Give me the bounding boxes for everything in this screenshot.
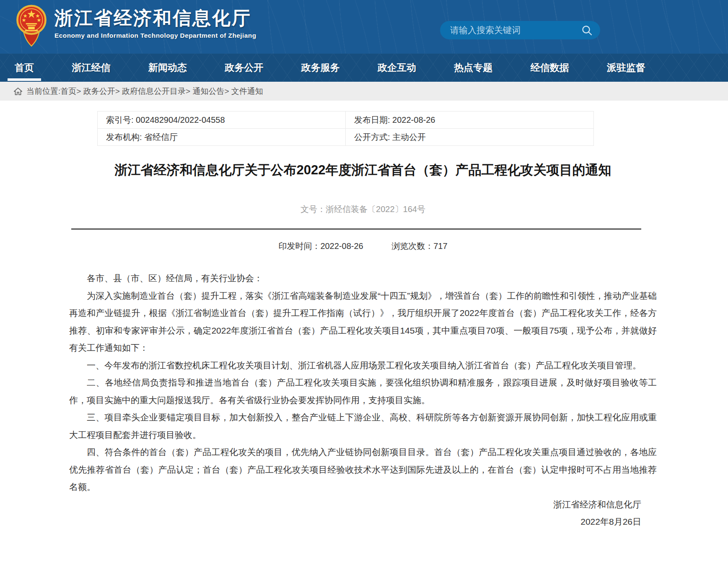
site-brand: 浙江省经济和信息化厅 Economy and Information Techn… [54, 7, 256, 39]
document-number-label: 文号： [301, 205, 326, 214]
nav-item-2[interactable]: 新闻动态 [148, 54, 187, 82]
search-icon [581, 31, 593, 37]
print-date-value: 2022-08-26 [320, 241, 363, 251]
nav-item-7[interactable]: 经信数据 [531, 54, 569, 82]
breadcrumb-separator: > [186, 87, 192, 96]
breadcrumb-prefix: 当前位置: [26, 86, 60, 97]
home-icon [14, 88, 22, 95]
document-number-value: 浙经信装备〔2022〕164号 [326, 205, 425, 214]
national-emblem-logo [15, 5, 48, 50]
nav-item-4[interactable]: 政务服务 [301, 54, 340, 82]
breadcrumb-separator: > [76, 87, 83, 96]
nav-item-8[interactable]: 派驻监督 [607, 54, 645, 82]
nav-list: 首页浙江经信新闻动态政务公开政务服务政企互动热点专题经信数据派驻监督 [0, 54, 728, 82]
document-paragraph-2: 一、今年发布的浙江省数控机床工程化攻关项目计划、浙江省机器人应用场景工程化攻关项… [69, 357, 657, 374]
document-paragraph-1: 为深入实施制造业首台（套）提升工程，落实《浙江省高端装备制造业发展“十四五”规划… [69, 287, 657, 357]
search-button[interactable] [581, 25, 593, 36]
signature-org: 浙江省经济和信息化厅 [69, 496, 641, 513]
breadcrumb-item-4[interactable]: 文件通知 [231, 87, 263, 96]
print-date-label: 印发时间： [278, 241, 320, 251]
site-title: 浙江省经济和信息化厅 [54, 7, 256, 29]
breadcrumb-separator: > [224, 87, 231, 96]
document-info-line: 印发时间：2022-08-26 浏览次数：717 [69, 241, 657, 252]
search-box [440, 21, 600, 39]
meta-cell: 公开方式: 主动公开 [346, 129, 594, 146]
meta-cell: 索引号: 002482904/2022-04558 [98, 111, 346, 129]
nav-item-3[interactable]: 政务公开 [225, 54, 263, 82]
breadcrumb-separator: > [115, 87, 122, 96]
views-group: 浏览次数：717 [391, 241, 447, 251]
meta-cell: 发布机构: 省经信厅 [98, 129, 346, 146]
main-nav: 首页浙江经信新闻动态政务公开政务服务政企互动热点专题经信数据派驻监督 [0, 54, 728, 82]
document-paragraph-4: 三、项目牵头企业要锚定项目目标，加大创新投入，整合产业链上下游企业、高校、科研院… [69, 409, 657, 443]
title-divider [71, 228, 641, 230]
breadcrumb-item-2[interactable]: 政府信息公开目录 [122, 87, 186, 96]
document-signature: 浙江省经济和信息化厅 2022年8月26日 [69, 496, 657, 531]
nav-item-1[interactable]: 浙江经信 [72, 54, 110, 82]
document-paragraph-5: 四、符合条件的首台（套）产品工程化攻关的项目，优先纳入产业链协同创新项目目录。首… [69, 443, 657, 496]
breadcrumb: 当前位置: 首页> 政务公开> 政府信息公开目录> 通知公告> 文件通知 [0, 82, 728, 101]
document-paragraph-0: 各市、县（市、区）经信局，有关行业协会： [69, 269, 657, 287]
document-meta-table: 索引号: 002482904/2022-04558发布日期: 2022-08-2… [97, 111, 594, 146]
site-header: 浙江省经济和信息化厅 Economy and Information Techn… [0, 0, 728, 54]
site-subtitle: Economy and Information Technology Depar… [54, 32, 256, 39]
document-title: 浙江省经济和信息化厅关于公布2022年度浙江省首台（套）产品工程化攻关项目的通知 [69, 162, 657, 179]
meta-cell: 发布日期: 2022-08-26 [346, 111, 594, 129]
views-label: 浏览次数： [391, 241, 433, 251]
search-input[interactable] [449, 25, 581, 36]
nav-item-6[interactable]: 热点专题 [454, 54, 492, 82]
breadcrumb-item-1[interactable]: 政务公开 [83, 87, 115, 96]
document-body: 各市、县（市、区）经信局，有关行业协会：为深入实施制造业首台（套）提升工程，落实… [69, 269, 657, 496]
signature-date: 2022年8月26日 [69, 513, 641, 531]
breadcrumb-item-0[interactable]: 首页 [60, 87, 76, 96]
document-paragraph-3: 二、各地经信局负责指导和推进当地首台（套）产品工程化攻关项目实施，要强化组织协调… [69, 374, 657, 409]
breadcrumb-item-3[interactable]: 通知公告 [192, 87, 224, 96]
document: 浙江省经济和信息化厅关于公布2022年度浙江省首台（套）产品工程化攻关项目的通知… [69, 162, 657, 531]
nav-item-5[interactable]: 政企互动 [378, 54, 416, 82]
breadcrumb-items: 首页> 政务公开> 政府信息公开目录> 通知公告> 文件通知 [60, 86, 263, 97]
document-number-line: 文号：浙经信装备〔2022〕164号 [69, 204, 657, 215]
nav-item-0[interactable]: 首页 [15, 54, 34, 82]
views-value: 717 [433, 241, 447, 251]
